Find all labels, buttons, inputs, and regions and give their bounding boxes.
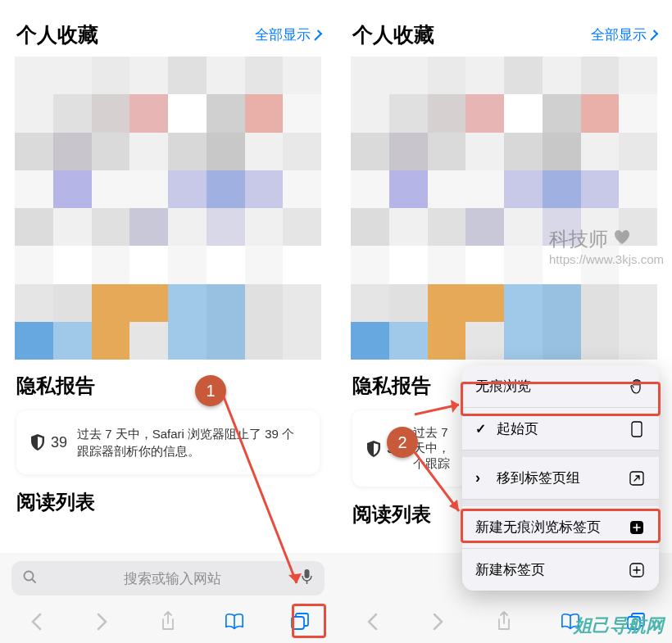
menu-separator: [462, 500, 659, 506]
highlight-tabs: [292, 604, 326, 638]
favorites-header: 个人收藏 全部显示: [0, 0, 336, 57]
svg-rect-8: [632, 422, 642, 437]
share-icon: [494, 612, 514, 632]
plus-box-icon: [628, 561, 646, 579]
shield-icon: 39: [30, 433, 67, 451]
back-icon: [362, 612, 382, 632]
show-all-label: 全部显示: [255, 25, 311, 44]
menu-new-private-tab[interactable]: 新建无痕浏览标签页: [462, 506, 659, 549]
menu-move-label: 移到标签页组: [497, 469, 580, 487]
favorites-title: 个人收藏: [352, 21, 434, 48]
nav-icons: [11, 605, 325, 632]
back-icon: [26, 612, 46, 632]
chevron-right-icon: ›: [475, 469, 488, 487]
show-all-link[interactable]: 全部显示: [591, 25, 656, 44]
privacy-card[interactable]: 39 过去 7 天中，Safari 浏览器阻止了 39 个跟踪器剖析你的信息。: [16, 410, 320, 474]
show-all-label: 全部显示: [591, 25, 647, 44]
phone-icon: [628, 420, 646, 438]
plus-box-dark-icon: [628, 518, 646, 537]
menu-new-private-label: 新建无痕浏览标签页: [475, 518, 601, 537]
search-bar[interactable]: 搜索或输入网站: [11, 561, 325, 595]
svg-line-1: [32, 579, 35, 582]
callout-2: 2: [387, 427, 418, 458]
menu-new-tab-label: 新建标签页: [475, 560, 545, 579]
toolbar: 搜索或输入网站: [0, 553, 336, 643]
favorites-grid: [336, 57, 672, 360]
svg-rect-2: [305, 569, 310, 578]
menu-private-label: 无痕浏览: [475, 377, 531, 396]
privacy-text-partial: 过去 7 天中， 个跟踪: [413, 425, 454, 472]
left-screenshot: 个人收藏 全部显示 隐私报告 39 过去 7 天中，Safari 浏览器阻止了 …: [0, 0, 336, 643]
chevron-right-icon: [647, 29, 658, 40]
checkmark-icon: ✓: [475, 421, 488, 437]
forward-icon: [93, 612, 112, 632]
search-placeholder: 搜索或输入网站: [43, 569, 301, 588]
read-section: 阅读列表: [0, 474, 336, 515]
arrow-box-icon: [628, 469, 646, 487]
menu-new-tab[interactable]: 新建标签页: [462, 549, 659, 591]
menu-private-browsing[interactable]: 无痕浏览: [462, 365, 659, 408]
hand-icon: [628, 378, 646, 396]
privacy-count: 39: [51, 434, 67, 451]
privacy-section: 隐私报告 39 过去 7 天中，Safari 浏览器阻止了 39 个跟踪器剖析你…: [0, 360, 336, 474]
menu-start-label: 起始页: [497, 419, 538, 438]
menu-start-page[interactable]: ✓ 起始页: [462, 408, 659, 451]
privacy-title: 隐私报告: [16, 373, 320, 399]
tabs-popup-menu: 无痕浏览 ✓ 起始页 › 移到标签页组 新建无痕浏: [462, 365, 659, 591]
menu-separator: [462, 451, 659, 457]
favorites-grid: [0, 57, 336, 360]
chevron-right-icon: [311, 29, 322, 40]
show-all-link[interactable]: 全部显示: [255, 25, 320, 44]
search-icon: [23, 570, 37, 587]
bookmarks-icon[interactable]: [225, 612, 244, 632]
privacy-text: 过去 7 天中，Safari 浏览器阻止了 39 个跟踪器剖析你的信息。: [77, 425, 306, 460]
callout-1: 1: [195, 375, 226, 406]
menu-move-group[interactable]: › 移到标签页组: [462, 457, 659, 500]
favorites-title: 个人收藏: [16, 21, 98, 48]
mic-icon[interactable]: [301, 568, 313, 588]
bottom-watermark: 姐己导航网: [574, 614, 664, 638]
favorites-header: 个人收藏 全部显示: [336, 0, 672, 57]
forward-icon: [429, 612, 448, 632]
share-icon: [158, 612, 178, 632]
right-screenshot: 个人收藏 全部显示 隐私报告 39 过去 7 天中， 个跟踪 阅读列表: [336, 0, 672, 643]
read-title: 阅读列表: [16, 489, 320, 515]
